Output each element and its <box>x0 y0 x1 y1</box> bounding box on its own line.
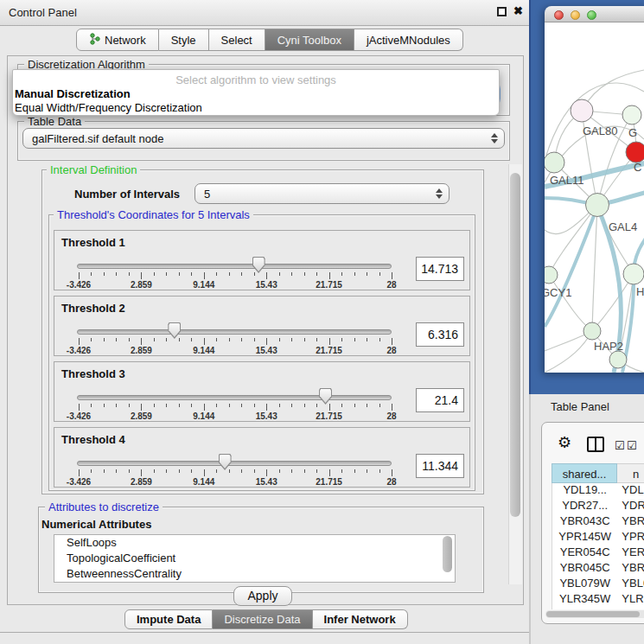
slider-tick <box>216 404 217 407</box>
slider-tick <box>367 469 367 473</box>
table-row[interactable]: YBL079WYBL0 <box>552 577 644 592</box>
table-row[interactable]: YER054CYER0 <box>552 545 644 561</box>
threshold-value-field[interactable]: 14.713 <box>416 257 464 281</box>
slider-tick <box>154 272 155 276</box>
table-row[interactable]: YLR345WYLR3 <box>552 592 644 608</box>
slider-tick <box>116 469 117 473</box>
checkbox-icon[interactable]: ☑ <box>627 439 637 452</box>
table-row[interactable]: YBR043CYBR0 <box>552 514 644 530</box>
node-label: GAL4 <box>609 220 637 233</box>
slider-track[interactable] <box>77 329 392 335</box>
tab-jactivemnodules[interactable]: jActiveMNodules <box>354 29 463 51</box>
gear-icon[interactable]: ⚙ <box>558 433 571 452</box>
network-window-titlebar[interactable] <box>545 6 644 22</box>
slider-tick <box>129 272 130 276</box>
close-traffic-light-icon[interactable] <box>554 10 564 20</box>
table-row[interactable]: YPR145WYPR1 <box>552 530 644 545</box>
checkbox-icon[interactable]: ☑ <box>615 439 625 452</box>
table-hscrollbar-track[interactable] <box>545 610 644 618</box>
panel-scrollbar-thumb[interactable] <box>510 173 520 517</box>
network-node-g[interactable] <box>622 105 641 124</box>
slider-tick <box>341 338 342 341</box>
table-row[interactable]: YDR27...YDR2 <box>552 499 644 514</box>
table-cell: YDL19... <box>552 483 617 499</box>
algorithm-option-equal-width[interactable]: Equal Width/Frequency Discretization <box>15 101 495 114</box>
slider-tick-label: -3.426 <box>67 477 91 487</box>
combo-arrows-icon <box>436 188 443 199</box>
slider-tick-label: 15.43 <box>256 280 277 290</box>
slider-tick <box>291 404 292 407</box>
tab-cyni-toolbox[interactable]: Cyni Toolbox <box>265 29 354 51</box>
zoom-traffic-light-icon[interactable] <box>587 10 596 20</box>
node-label: GAL80 <box>583 124 617 137</box>
tab-discretize-data[interactable]: Discretize Data <box>213 609 312 629</box>
split-columns-icon[interactable] <box>587 437 604 452</box>
slider-tick <box>116 338 117 341</box>
slider-tick-label: 21.715 <box>316 346 342 355</box>
slider-tick-label: 9.144 <box>193 346 214 355</box>
tab-select[interactable]: Select <box>209 29 265 51</box>
column-header-shared[interactable]: shared... <box>552 463 617 483</box>
table-hscrollbar-thumb[interactable] <box>546 611 640 617</box>
slider-tick <box>341 469 342 473</box>
threshold-value-field[interactable]: 21.4 <box>416 388 464 412</box>
network-canvas[interactable]: GAL80GCGAL11GAL4GCY1HHAP2 <box>545 22 644 373</box>
slider-track[interactable] <box>77 395 392 400</box>
slider-tick <box>341 272 342 276</box>
slider-tick <box>179 338 180 341</box>
network-node[interactable] <box>609 351 627 368</box>
network-node-h[interactable] <box>623 264 644 284</box>
slider-tick <box>104 469 105 473</box>
threshold-label: Threshold 3 <box>61 367 125 380</box>
number-of-intervals-combobox[interactable]: 5 <box>194 183 450 204</box>
table-row[interactable]: YIL052CYIL0 <box>552 608 644 609</box>
apply-button[interactable]: Apply <box>233 586 292 606</box>
network-node-gal11[interactable] <box>545 152 564 173</box>
threshold-value-field[interactable]: 6.316 <box>416 322 464 347</box>
slider-tick <box>216 338 217 341</box>
list-item[interactable]: BetweennessCentrality <box>54 566 455 582</box>
network-node-gal80[interactable] <box>571 99 593 122</box>
node-label: GCY1 <box>545 286 571 299</box>
node-label: C <box>634 161 641 174</box>
slider-track[interactable] <box>77 264 392 269</box>
table-row[interactable]: YDL19...YDL1 <box>552 483 644 499</box>
column-header-name[interactable]: n <box>617 463 644 483</box>
slider-thumb[interactable] <box>252 257 265 273</box>
network-node-gcy1[interactable] <box>545 266 558 284</box>
float-window-icon[interactable] <box>497 7 507 16</box>
table-row[interactable]: YBR045CYBR0 <box>552 561 644 577</box>
slider-thumb[interactable] <box>168 322 181 339</box>
table-panel-title: Table Panel <box>551 400 609 413</box>
interval-definition-label: Interval Definition <box>47 163 140 176</box>
list-item[interactable]: SelfLoops <box>54 535 455 551</box>
algorithm-option-manual[interactable]: Manual Discretization <box>15 87 495 100</box>
slider-tick <box>129 469 130 473</box>
slider-thumb[interactable] <box>219 454 232 470</box>
slider-tick <box>241 272 242 276</box>
tab-style[interactable]: Style <box>159 29 209 51</box>
network-node-gal4[interactable] <box>586 194 609 217</box>
slider-tick <box>291 338 292 341</box>
slider-thumb[interactable] <box>319 388 332 405</box>
attributes-list-scrollbar[interactable] <box>443 536 452 572</box>
network-node-hap2[interactable] <box>583 322 601 340</box>
network-node-c[interactable] <box>626 142 644 163</box>
tab-network[interactable]: Network <box>76 29 159 51</box>
tab-impute-data[interactable]: Impute Data <box>124 609 213 629</box>
close-icon[interactable]: ✖ <box>513 4 523 17</box>
network-edge <box>592 205 597 331</box>
list-item[interactable]: TopologicalCoefficient <box>54 551 455 566</box>
tab-infer-network[interactable]: Infer Network <box>313 609 408 629</box>
minimize-traffic-light-icon[interactable] <box>571 10 580 20</box>
network-edge <box>549 275 592 331</box>
threshold-value-field[interactable]: 11.344 <box>416 454 464 478</box>
slider-tick <box>204 469 205 476</box>
numerical-attributes-list[interactable]: SelfLoopsTopologicalCoefficientBetweenne… <box>54 534 456 583</box>
slider-tick <box>279 338 280 341</box>
slider-tick <box>154 338 155 341</box>
table-data-combobox[interactable]: galFiltered.sif default node <box>22 128 505 149</box>
slider-tick <box>279 469 280 473</box>
slider-track[interactable] <box>77 461 392 466</box>
slider-tick <box>141 469 142 476</box>
